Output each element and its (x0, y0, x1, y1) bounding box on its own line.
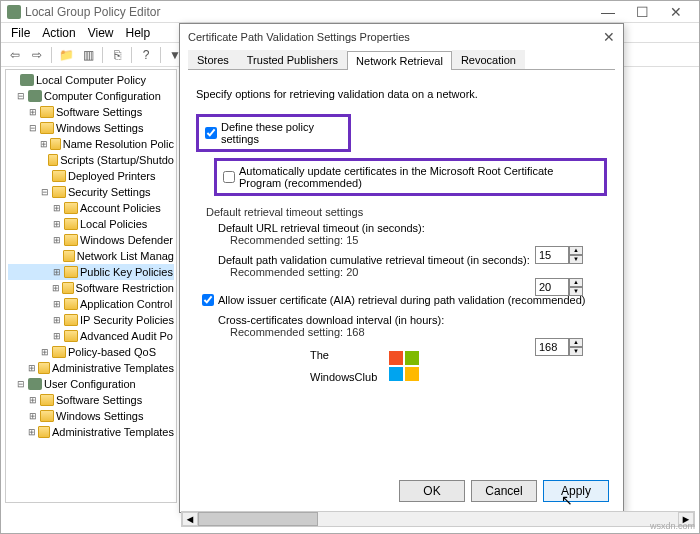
define-policy-checkbox[interactable]: Define these policy settings (205, 121, 342, 145)
tab-strip: Stores Trusted Publishers Network Retrie… (188, 50, 615, 70)
scroll-thumb[interactable] (198, 512, 318, 526)
highlight-define: Define these policy settings (196, 114, 351, 152)
minimize-button[interactable]: — (591, 4, 625, 20)
apply-button[interactable]: Apply (543, 480, 609, 502)
tree-public-key-policies[interactable]: Public Key Policies (80, 266, 173, 278)
path-timeout-label: Default path validation cumulative retri… (218, 254, 607, 266)
folder-icon (40, 122, 54, 134)
help-button[interactable]: ? (136, 45, 156, 65)
folder-icon (40, 410, 54, 422)
cancel-button[interactable]: Cancel (471, 480, 537, 502)
up-button[interactable]: 📁 (56, 45, 76, 65)
ok-button[interactable]: OK (399, 480, 465, 502)
horizontal-scrollbar[interactable]: ◄ ► (181, 511, 695, 527)
tab-trusted-publishers[interactable]: Trusted Publishers (238, 50, 347, 69)
tree-uc-software[interactable]: Software Settings (56, 394, 142, 406)
folder-icon (38, 362, 50, 374)
dialog-close-button[interactable]: ✕ (603, 29, 615, 45)
path-timeout-spinner[interactable]: ▲▼ (535, 278, 583, 296)
folder-icon (40, 106, 54, 118)
url-timeout-hint: Recommended setting: 15 (230, 234, 607, 246)
tab-network-retrieval[interactable]: Network Retrieval (347, 51, 452, 70)
user-icon (28, 378, 42, 390)
window-title: Local Group Policy Editor (25, 5, 591, 19)
spinner-down-icon[interactable]: ▼ (569, 287, 583, 296)
tree-deployed-printers[interactable]: Deployed Printers (68, 170, 155, 182)
tree-network-list[interactable]: Network List Manag (77, 250, 174, 262)
tree-root[interactable]: Local Computer Policy (36, 74, 146, 86)
app-icon (7, 5, 21, 19)
windows-logo-icon (389, 351, 419, 381)
tree-user-config[interactable]: User Configuration (44, 378, 136, 390)
properties-dialog: Certificate Path Validation Settings Pro… (179, 23, 624, 513)
dialog-title: Certificate Path Validation Settings Pro… (188, 31, 410, 43)
folder-icon (63, 250, 75, 262)
tree-uc-admin[interactable]: Administrative Templates (52, 426, 174, 438)
close-button[interactable]: ✕ (659, 4, 693, 20)
tree-windows-settings[interactable]: Windows Settings (56, 122, 143, 134)
export-button[interactable]: ⎘ (107, 45, 127, 65)
show-hide-button[interactable]: ▥ (78, 45, 98, 65)
auto-update-checkbox[interactable]: Automatically update certificates in the… (223, 165, 598, 189)
highlight-auto-update: Automatically update certificates in the… (214, 158, 607, 196)
folder-icon (64, 234, 78, 246)
menu-action[interactable]: Action (36, 26, 81, 40)
menu-help[interactable]: Help (120, 26, 157, 40)
aia-checkbox-input[interactable] (202, 294, 214, 306)
menu-file[interactable]: File (5, 26, 36, 40)
spinner-down-icon[interactable]: ▼ (569, 347, 583, 356)
auto-checkbox-input[interactable] (223, 171, 235, 183)
tree-computer-config[interactable]: Computer Configuration (44, 90, 161, 102)
cross-cert-hint: Recommended setting: 168 (230, 326, 607, 338)
tree-ip-security[interactable]: IP Security Policies (80, 314, 174, 326)
path-timeout-hint: Recommended setting: 20 (230, 266, 607, 278)
spinner-up-icon[interactable]: ▲ (569, 278, 583, 287)
define-label: Define these policy settings (221, 121, 342, 145)
spinner-up-icon[interactable]: ▲ (569, 338, 583, 347)
panel-description: Specify options for retrieving validatio… (196, 88, 607, 100)
tab-revocation[interactable]: Revocation (452, 50, 525, 69)
folder-icon (64, 266, 78, 278)
folder-icon (52, 346, 66, 358)
back-button[interactable]: ⇦ (5, 45, 25, 65)
dialog-titlebar: Certificate Path Validation Settings Pro… (180, 24, 623, 50)
tab-panel: Specify options for retrieving validatio… (180, 70, 623, 354)
tree-scripts[interactable]: Scripts (Startup/Shutdo (60, 154, 174, 166)
tree-local-policies[interactable]: Local Policies (80, 218, 147, 230)
main-titlebar: Local Group Policy Editor — ☐ ✕ (1, 1, 699, 23)
tree-software-settings[interactable]: Software Settings (56, 106, 142, 118)
folder-icon (50, 138, 61, 150)
tab-stores[interactable]: Stores (188, 50, 238, 69)
define-checkbox-input[interactable] (205, 127, 217, 139)
tree-uc-windows[interactable]: Windows Settings (56, 410, 143, 422)
computer-icon (28, 90, 42, 102)
tree-software-restriction[interactable]: Software Restriction (76, 282, 174, 294)
menu-view[interactable]: View (82, 26, 120, 40)
folder-icon (64, 314, 78, 326)
tree-security-settings[interactable]: Security Settings (68, 186, 151, 198)
logo-line2: WindowsClub (310, 366, 377, 388)
cross-cert-input[interactable] (535, 338, 569, 356)
tree-application-control[interactable]: Application Control (80, 298, 172, 310)
tree-account-policies[interactable]: Account Policies (80, 202, 161, 214)
tree-admin-templates[interactable]: Administrative Templates (52, 362, 174, 374)
folder-icon (62, 282, 74, 294)
folder-icon (64, 218, 78, 230)
tree-advanced-audit[interactable]: Advanced Audit Po (80, 330, 173, 342)
folder-icon (64, 298, 78, 310)
path-timeout-input[interactable] (535, 278, 569, 296)
tree-qos[interactable]: Policy-based QoS (68, 346, 156, 358)
tree-name-resolution[interactable]: Name Resolution Polic (63, 138, 174, 150)
tree-pane[interactable]: Local Computer Policy ⊟Computer Configur… (5, 69, 177, 503)
forward-button[interactable]: ⇨ (27, 45, 47, 65)
folder-icon (48, 154, 58, 166)
windowsclub-logo: The WindowsClub (310, 344, 419, 388)
group-label: Default retrieval timeout settings (206, 206, 607, 218)
folder-icon (64, 330, 78, 342)
scroll-left-icon[interactable]: ◄ (182, 512, 198, 526)
cross-cert-spinner[interactable]: ▲▼ (535, 338, 583, 356)
tree-windows-defender[interactable]: Windows Defender (80, 234, 173, 246)
aia-label: Allow issuer certificate (AIA) retrieval… (218, 294, 585, 306)
watermark: wsxdn.com (650, 521, 695, 531)
maximize-button[interactable]: ☐ (625, 4, 659, 20)
